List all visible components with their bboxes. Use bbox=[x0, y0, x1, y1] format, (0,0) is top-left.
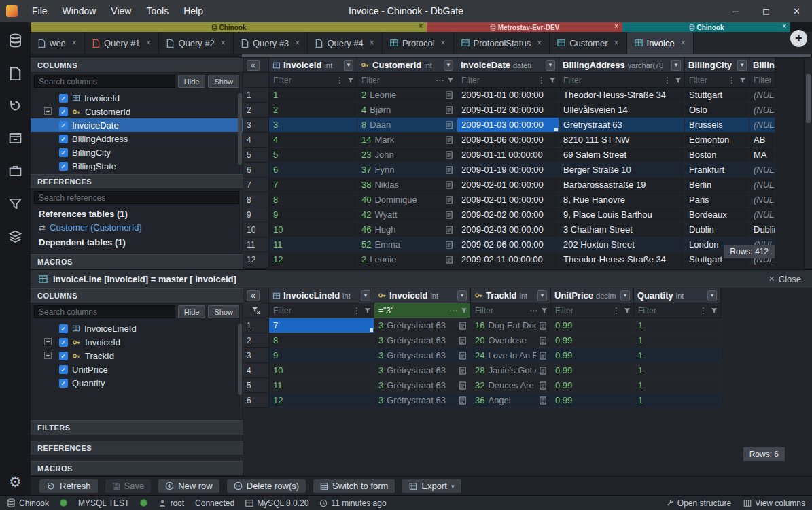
grid-cell[interactable]: Oslo bbox=[685, 103, 749, 118]
filter-funnel-icon[interactable] bbox=[624, 307, 631, 314]
tab-query-4[interactable]: Query #4× bbox=[308, 32, 383, 54]
filter-input[interactable] bbox=[273, 306, 351, 316]
open-reference-button[interactable] bbox=[459, 381, 466, 390]
open-reference-button[interactable] bbox=[446, 196, 453, 204]
open-reference-button[interactable] bbox=[459, 396, 466, 405]
tab-close-icon[interactable]: × bbox=[146, 38, 151, 48]
open-reference-icon[interactable] bbox=[459, 322, 466, 330]
column-menu-chevron-icon[interactable]: ▼ bbox=[537, 290, 547, 301]
references-section-header[interactable]: REFERENCES bbox=[31, 174, 243, 189]
settings-gear-icon[interactable]: ⚙ bbox=[9, 475, 22, 489]
grid-cell[interactable]: Boston bbox=[685, 148, 749, 163]
filter-funnel-button[interactable] bbox=[363, 307, 374, 314]
grid-cell[interactable]: 2009-02-01 00:00:00 bbox=[457, 192, 559, 207]
grid-cell[interactable]: 3Grétrystraat 63 bbox=[374, 378, 471, 393]
column-header-invoicedate[interactable]: InvoiceDatedateti▼ bbox=[457, 58, 559, 73]
tab-customer[interactable]: Customer× bbox=[550, 32, 626, 54]
grid-cell[interactable]: 40Dominique bbox=[357, 192, 457, 207]
grid-cell[interactable]: 2009-02-11 00:00:00 bbox=[457, 252, 559, 267]
row-number[interactable]: 1 bbox=[243, 88, 269, 103]
filter-funnel-icon[interactable] bbox=[364, 307, 371, 314]
open-reference-button[interactable] bbox=[446, 151, 453, 159]
grid-cell[interactable]: 36Angel bbox=[471, 393, 551, 408]
open-reference-icon[interactable] bbox=[446, 226, 453, 234]
column-checkbox[interactable]: ✓ bbox=[59, 148, 68, 157]
grid-cell[interactable]: Berlin bbox=[685, 177, 749, 192]
filter-funnel-button[interactable] bbox=[346, 77, 357, 84]
grid-cell[interactable]: 1 bbox=[269, 88, 357, 103]
row-number[interactable]: 4 bbox=[243, 133, 269, 148]
filter-menu-icon[interactable]: ⋮ bbox=[612, 306, 620, 316]
new-tab-button[interactable]: + bbox=[790, 30, 807, 47]
grid-cell[interactable]: 2Leonie bbox=[357, 252, 457, 267]
tab-group-chinook-2[interactable]: Chinook× bbox=[622, 22, 790, 32]
grid-cell[interactable]: 1 bbox=[634, 393, 721, 408]
grid-cell[interactable]: 2009-02-03 00:00:00 bbox=[457, 222, 559, 237]
open-reference-icon[interactable] bbox=[540, 396, 546, 405]
tab-group-chinook-0[interactable]: Chinook× bbox=[31, 22, 427, 32]
filter-menu-icon[interactable]: ⋮ bbox=[728, 75, 736, 85]
filters-section-header[interactable]: FILTERS bbox=[31, 420, 243, 435]
menu-tools[interactable]: Tools bbox=[139, 0, 176, 22]
grid-cell[interactable]: 202 Hoxton Street bbox=[559, 237, 685, 252]
grid-cell[interactable]: 7 bbox=[269, 318, 374, 333]
row-number[interactable]: 1 bbox=[243, 318, 269, 333]
expand-icon[interactable]: + bbox=[44, 338, 52, 345]
grid-cell[interactable]: Stuttgart bbox=[685, 88, 749, 103]
grid-cell[interactable]: 2009-02-01 00:00:00 bbox=[457, 177, 559, 192]
grid-cell[interactable]: 6 bbox=[269, 163, 357, 177]
open-reference-button[interactable] bbox=[446, 241, 453, 249]
tab-close-icon[interactable]: × bbox=[441, 38, 446, 48]
open-reference-icon[interactable] bbox=[446, 211, 453, 219]
column-tree-item-billingcity[interactable]: ✓BillingCity bbox=[31, 146, 243, 159]
detail-show-button[interactable]: Show bbox=[208, 305, 239, 318]
grid-cell[interactable]: Edmonton bbox=[685, 133, 749, 148]
row-number[interactable]: 5 bbox=[243, 148, 269, 163]
column-header-invoiceid[interactable]: InvoiceIdint▼ bbox=[374, 288, 471, 303]
open-reference-button[interactable] bbox=[540, 381, 546, 390]
tab-group-close-icon[interactable]: × bbox=[614, 22, 618, 30]
open-reference-button[interactable] bbox=[459, 322, 466, 330]
grid-cell[interactable]: Theodor-Heuss-Straße 34 bbox=[559, 252, 685, 267]
column-checkbox[interactable]: ✓ bbox=[59, 324, 68, 333]
filter-menu-icon[interactable]: ⋮ bbox=[336, 75, 344, 85]
column-header-invoiceid[interactable]: InvoiceIdint▼ bbox=[269, 58, 357, 73]
save-button[interactable]: Save bbox=[105, 479, 152, 494]
tab-group-close-icon[interactable]: × bbox=[782, 22, 786, 30]
grid-cell[interactable]: Theodor-Heuss-Straße 34 bbox=[559, 88, 685, 103]
status-open-structure[interactable]: Open structure bbox=[666, 498, 731, 508]
grid-cell[interactable]: AB bbox=[749, 133, 775, 148]
column-header-billingstate[interactable]: BillingState bbox=[749, 58, 775, 73]
open-reference-button[interactable] bbox=[459, 352, 466, 360]
grid-cell[interactable]: 2Leonie bbox=[357, 88, 457, 103]
filter-funnel-button[interactable] bbox=[548, 77, 559, 84]
column-checkbox[interactable]: ✓ bbox=[59, 379, 68, 388]
grid-cell[interactable]: 4 bbox=[269, 133, 357, 148]
column-menu-chevron-icon[interactable]: ▼ bbox=[361, 290, 370, 301]
menu-window[interactable]: Window bbox=[55, 0, 104, 22]
column-checkbox[interactable]: ✓ bbox=[59, 121, 68, 130]
open-reference-button[interactable] bbox=[540, 337, 546, 345]
row-number[interactable]: 12 bbox=[243, 252, 269, 267]
grid-cell[interactable]: 3 Chatham Street bbox=[559, 222, 685, 237]
filter-icon[interactable] bbox=[8, 197, 22, 211]
grid-cell[interactable]: 52Emma bbox=[357, 237, 457, 252]
grid-cell[interactable]: 38Niklas bbox=[357, 177, 457, 192]
filter-input[interactable] bbox=[475, 306, 527, 316]
grid-cell[interactable]: 2009-02-02 00:00:00 bbox=[457, 207, 559, 222]
column-tree-item-billingstate[interactable]: ✓BillingState bbox=[31, 159, 243, 173]
maximize-icon[interactable]: ◻ bbox=[751, 0, 781, 22]
tab-group-close-icon[interactable]: × bbox=[419, 22, 423, 30]
filter-menu-icon[interactable]: ⋮ bbox=[663, 75, 671, 85]
detail-hide-button[interactable]: Hide bbox=[178, 305, 206, 318]
grid-cell[interactable]: 2009-01-19 00:00:00 bbox=[457, 163, 559, 177]
tab-close-icon[interactable]: × bbox=[370, 38, 374, 48]
open-reference-button[interactable] bbox=[540, 352, 546, 360]
detail-references-section-header[interactable]: REFERENCES bbox=[31, 441, 243, 456]
column-checkbox[interactable]: ✓ bbox=[59, 94, 68, 103]
filter-funnel-icon[interactable] bbox=[711, 307, 718, 314]
column-checkbox[interactable]: ✓ bbox=[59, 352, 68, 360]
grid-cell[interactable]: (NULL) bbox=[749, 103, 775, 118]
filter-input[interactable] bbox=[754, 75, 771, 85]
row-number[interactable]: 10 bbox=[243, 222, 269, 237]
